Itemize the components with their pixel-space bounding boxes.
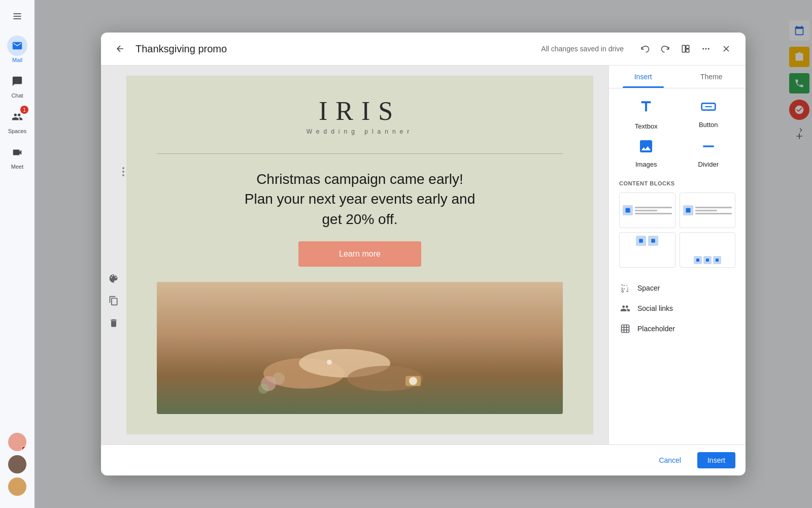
button-icon [700, 99, 717, 117]
email-preview-area: IRIS Wedding planner Christmas campaign … [101, 66, 608, 444]
insert-button-label: Button [699, 121, 718, 129]
right-panel: Insert Theme [608, 66, 746, 444]
insert-divider[interactable]: Divider [682, 138, 736, 168]
close-button[interactable] [717, 40, 735, 58]
spacer-item[interactable]: Spacer [619, 278, 735, 298]
sidebar-spaces-label: Spaces [8, 128, 27, 134]
block1-lines [635, 207, 672, 214]
tab-insert[interactable]: Insert [609, 66, 678, 88]
menu-button[interactable] [5, 4, 29, 28]
svg-rect-5 [686, 49, 689, 52]
insert-button[interactable]: Insert [697, 452, 735, 468]
sidebar-nav: Mail Chat 1 Spaces [0, 33, 35, 173]
undo-button[interactable] [636, 40, 654, 58]
back-button[interactable] [111, 40, 129, 58]
svg-point-8 [708, 48, 709, 50]
content-block-1[interactable] [619, 193, 675, 228]
textbox-icon [638, 99, 654, 118]
content-block-3[interactable] [619, 232, 675, 268]
layout-button[interactable] [676, 40, 695, 58]
logo-section: IRIS Wedding planner [157, 96, 563, 135]
panel-content: Textbox Button [609, 88, 746, 444]
block3-image2 [648, 236, 658, 246]
sidebar-item-spaces[interactable]: 1 Spaces [0, 104, 35, 137]
content-blocks-header: CONTENT BLOCKS [619, 180, 735, 186]
placeholder-label: Placeholder [637, 325, 675, 333]
svg-point-6 [702, 48, 704, 50]
divider-icon [700, 138, 717, 156]
social-links-item[interactable]: Social links [619, 298, 735, 319]
more-button[interactable] [697, 40, 715, 58]
content-tools [101, 179, 126, 331]
email-divider [157, 153, 563, 154]
delete-tool[interactable] [106, 315, 122, 331]
sidebar-item-mail[interactable]: Mail [0, 33, 35, 66]
email-headline: Christmas campaign came early! Plan your… [157, 169, 563, 229]
sidebar-avatars [8, 433, 26, 504]
spacer-icon [619, 282, 631, 294]
dialog-title: Thanksgiving promo [136, 43, 535, 55]
svg-rect-4 [686, 45, 689, 48]
redo-button[interactable] [656, 40, 674, 58]
sidebar-item-meet[interactable]: Meet [0, 139, 35, 173]
block4-image2 [703, 256, 712, 264]
sidebar-meet-label: Meet [11, 164, 23, 170]
insert-items-grid: Textbox Button [619, 99, 735, 168]
sidebar-mail-label: Mail [12, 57, 22, 63]
svg-point-16 [409, 377, 417, 385]
block3-image1 [636, 236, 646, 246]
modal-overlay: Thanksgiving promo All changes saved in … [35, 0, 812, 508]
brand-subtitle: Wedding planner [307, 128, 414, 135]
dialog-body: IRIS Wedding planner Christmas campaign … [101, 66, 746, 444]
dialog-toolbar [636, 40, 735, 58]
spacer-label: Spacer [637, 284, 660, 292]
email-canvas: IRIS Wedding planner Christmas campaign … [126, 76, 593, 434]
user-avatar-3[interactable] [8, 478, 26, 496]
tab-theme[interactable]: Theme [678, 66, 746, 88]
insert-divider-label: Divider [698, 161, 719, 168]
block4-image1 [694, 256, 702, 264]
user-avatar-2[interactable] [8, 455, 26, 473]
email-editor-dialog: Thanksgiving promo All changes saved in … [101, 33, 746, 475]
content-blocks-grid [619, 193, 735, 268]
spaces-badge: 1 [20, 106, 28, 114]
block2-lines [695, 207, 732, 214]
learn-more-button[interactable]: Learn more [298, 241, 421, 267]
images-icon [638, 138, 654, 156]
svg-point-20 [258, 384, 268, 394]
insert-textbox[interactable]: Textbox [619, 99, 673, 130]
content-block-2[interactable] [680, 193, 736, 228]
palette-tool[interactable] [106, 270, 122, 287]
placeholder-item[interactable]: Placeholder [619, 319, 735, 339]
svg-point-19 [273, 372, 285, 385]
email-main-text: Christmas campaign came early! Plan your… [157, 169, 563, 267]
left-sidebar: Mail Chat 1 Spaces [0, 0, 35, 508]
main-area: Thanksgiving promo All changes saved in … [35, 0, 812, 508]
insert-textbox-label: Textbox [635, 122, 658, 130]
cancel-button[interactable]: Cancel [649, 452, 691, 468]
content-block-4[interactable] [680, 232, 736, 268]
insert-button[interactable]: Button [682, 99, 736, 130]
svg-point-17 [327, 360, 332, 365]
svg-point-7 [705, 48, 707, 50]
insert-images[interactable]: Images [619, 138, 673, 168]
copy-tool[interactable] [106, 293, 122, 309]
dialog-header: Thanksgiving promo All changes saved in … [101, 33, 746, 66]
block4-image3 [713, 256, 721, 264]
sidebar-item-chat[interactable]: Chat [0, 68, 35, 102]
sidebar-chat-label: Chat [11, 92, 23, 99]
social-links-label: Social links [637, 304, 673, 312]
block2-image [683, 205, 693, 215]
svg-rect-24 [622, 325, 629, 333]
panel-tabs: Insert Theme [609, 66, 746, 88]
brand-name: IRIS [319, 96, 401, 126]
save-status: All changes saved in drive [541, 45, 624, 53]
wedding-image [157, 282, 563, 414]
dialog-footer: Cancel Insert [101, 444, 746, 475]
svg-rect-3 [682, 45, 685, 52]
block1-image [623, 205, 633, 215]
svg-rect-11 [157, 282, 563, 414]
drag-handle[interactable] [122, 167, 124, 176]
user-avatar-1[interactable] [8, 433, 26, 451]
social-links-icon [619, 302, 631, 314]
